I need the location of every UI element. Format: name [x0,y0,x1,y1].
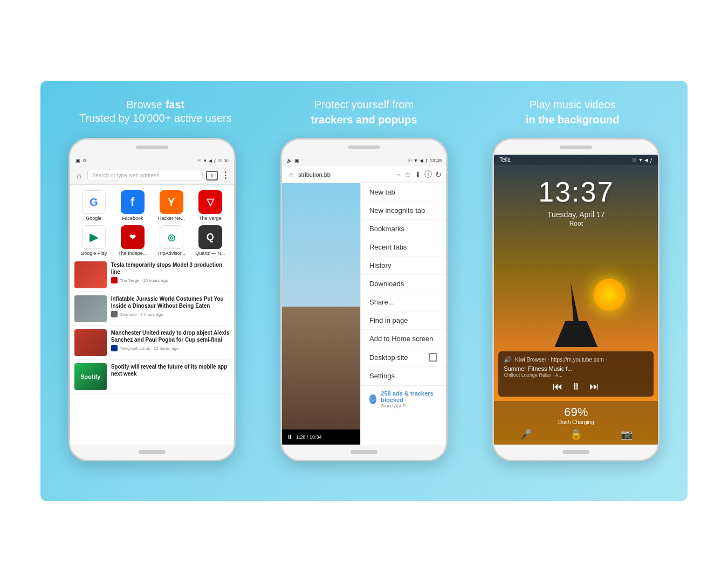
headline-2: Protect yourself fromtrackers and popups [260,97,469,127]
lock-time: 13:37 [494,176,658,208]
shortcut-independent[interactable]: ❤ The Indepe... [115,225,150,256]
tab-count-button[interactable]: 1 [206,171,218,181]
menu-add-home[interactable]: Add to Home screen [361,330,446,348]
tracker-text: 258 ads & trackers blocked Since Apr 9 [381,390,437,408]
browser-menu-button[interactable]: ⋮ [221,170,230,181]
alarm-icon: ☉ [632,157,636,163]
phone-1-status-bar: ▣ ⛭ ☉ ▼ ◀ ƒ 13:30 [70,155,234,167]
battery-icon-2: ƒ [425,158,428,163]
refresh-icon[interactable]: ↻ [435,170,442,179]
headline-1-subtitle: Trusted by 10'000+ active users [62,112,249,124]
phone-1-bottom [70,445,234,460]
shortcut-theverge[interactable]: ▽ The Verge [193,190,228,221]
phone-3-bottom [494,445,658,460]
home-button-2[interactable]: ⌂ [286,170,296,179]
news-item-3[interactable]: Manchester United ready to drop abject A… [74,329,230,360]
news-meta-1: The Verge · 10 hours ago [111,277,230,283]
menu-find-in-page[interactable]: Find in page [361,311,446,330]
music-app-info: 🔊 Kiwi Browser · https://m.youtube.com · [504,356,648,363]
home-button[interactable]: ⌂ [74,171,84,181]
camera-icon: 📷 [621,428,633,440]
music-title: Summer Fitness Music f... [504,365,648,372]
news-content-2: Inflatable Jurassic World Costumes Put Y… [111,295,230,322]
url-display[interactable]: stribution.bb [298,171,331,178]
phone-1-top [70,140,234,155]
url-bar[interactable]: Search or type web address [87,170,203,181]
news-item-4[interactable]: Spotify Spotify will reveal the future o… [74,363,230,394]
news-item-2[interactable]: Inflatable Jurassic World Costumes Put Y… [74,295,230,326]
battery-info: 69% Dash Charging [558,405,594,425]
headline-3: Play music videosin the background [468,97,677,127]
menu-recent-tabs[interactable]: Recent tabs [361,238,446,257]
tracker-count: 258 ads & trackers blocked [381,390,437,403]
desktop-site-checkbox[interactable] [429,353,437,362]
notification-icon: ▣ [294,158,299,163]
shortcut-googleplay[interactable]: ▶ Google Play [77,225,111,256]
phone-2: 🔈 ▣ ☉ ▼ ◀ ƒ 13:49 ⌂ stribution.bb [280,138,448,461]
phone-3-top [494,140,658,155]
video-time: 1:28 / 10:34 [296,434,322,440]
signal-icon-3: ▼ [638,157,643,163]
news-title-2: Inflatable Jurassic World Costumes Put Y… [111,295,230,309]
shortcut-google[interactable]: G Google [77,190,111,221]
lock-root: Root [494,220,658,227]
phone-2-content: ⏸ 1:28 / 10:34 New tab New incognito tab [282,183,446,445]
download-icon[interactable]: ⬇ [415,170,421,179]
battery-charging-label: Dash Charging [558,419,594,425]
shortcut-facebook[interactable]: f Facebook [115,190,150,221]
telegraph-source-icon [111,345,118,351]
battery-icon: ƒ [214,158,216,163]
google-icon: G [82,190,106,214]
tracker-info: 🛡 258 ads & trackers blocked Since Apr 9 [361,385,446,413]
menu-bookmarks[interactable]: Bookmarks [361,220,446,238]
wifi-icon: ◀ [209,158,212,163]
rewind-button[interactable]: ⏮ [553,381,562,392]
battery-icon-3: ƒ [650,157,653,163]
menu-downloads[interactable]: Downloads [361,275,446,293]
main-container: Browse fast Trusted by 10'000+ active us… [40,81,688,501]
lock-screen-bottom: 69% Dash Charging 🎤 🔒 📷 [494,401,658,445]
menu-share[interactable]: Share... [361,293,446,311]
phone-2-screen: 🔈 ▣ ☉ ▼ ◀ ƒ 13:49 ⌂ stribution.bb [282,155,446,445]
phone-3: Telia ☉ ▼ ◀ ƒ 13:37 Tuesday, April 17 Ro… [492,138,660,461]
music-subtitle: Chillout Lounge Relax · A... [504,372,648,378]
signal-icon-2: ▼ [414,158,418,163]
video-ground [282,307,360,430]
shortcuts-grid: G Google f Facebook Y Hacke [70,185,234,261]
star-icon[interactable]: ☆ [404,170,411,179]
landscape-bg [494,227,658,347]
quartz-icon: Q [198,225,222,249]
news-item-1[interactable]: Tesla temporarily stops Model 3 producti… [74,261,230,292]
hackernews-icon: Y [160,190,183,214]
googleplay-icon: ▶ [82,225,106,249]
headline-3-title: Play music videosin the background [479,97,666,127]
status-time: 13:30 [218,158,229,163]
shortcut-tripadvisor[interactable]: ◎ TripAdvisor... [154,225,189,256]
sound-icon: 🔈 [286,158,292,163]
pause-button[interactable]: ⏸ [286,433,293,441]
facebook-icon: f [121,190,145,214]
video-controls: ⏸ 1:28 / 10:34 [282,429,360,445]
clock-icon-2: ☉ [408,158,412,163]
info-icon[interactable]: ⓘ [424,170,432,179]
menu-new-incognito[interactable]: New incognito tab [361,202,446,220]
news-title-1: Tesla temporarily stops Model 3 producti… [111,261,230,275]
pause-play-button[interactable]: ⏸ [571,381,581,392]
shortcut-hackernews[interactable]: Y Hacker Ne... [154,190,189,221]
phones-row: ▣ ⛭ ☉ ▼ ◀ ƒ 13:30 ⌂ Search or type [51,138,677,485]
phone-2-toolbar: ⌂ stribution.bb → ☆ ⬇ ⓘ ↻ [282,167,446,183]
menu-settings[interactable]: Settings [361,367,446,385]
phone-3-speaker [560,146,592,149]
video-sky [282,183,360,307]
sun-graphic [593,279,626,311]
phone-2-home-button [351,450,377,454]
menu-desktop-site[interactable]: Desktop site [361,348,446,367]
menu-history[interactable]: History [361,257,446,275]
shortcut-quartz[interactable]: Q Quartz — N... [193,225,228,256]
fast-forward-button[interactable]: ⏭ [589,381,599,392]
forward-icon[interactable]: → [394,170,401,179]
news-meta-2: Gizmodo · 9 hours ago [111,311,230,317]
news-source-2: Gizmodo · 9 hours ago [120,312,163,317]
menu-new-tab[interactable]: New tab [361,183,446,202]
tracker-since: Since Apr 9 [381,403,437,408]
